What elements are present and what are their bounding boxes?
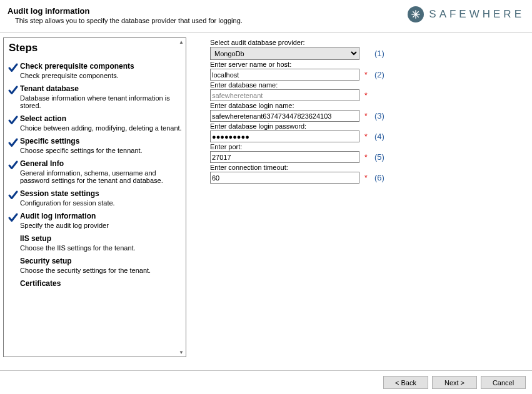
sidebar-heading: Steps (9, 42, 186, 54)
step-desc: Choose the security settings for the ten… (20, 267, 182, 274)
scroll-down-icon[interactable]: ▼ (179, 350, 184, 355)
timeout-annotation: (6) (374, 173, 384, 182)
step-desc: Choose specific settings for the tennant… (20, 147, 182, 154)
form-panel: Select audit database provider: MongoDb … (191, 32, 532, 357)
step-item[interactable]: Check prerequisite componentsCheck prere… (4, 61, 186, 83)
login-input[interactable] (210, 110, 359, 122)
provider-select[interactable]: MongoDb (210, 47, 359, 60)
scroll-up-icon[interactable]: ▲ (179, 39, 184, 45)
main-area: ▲ Steps Check prerequisite componentsChe… (0, 32, 532, 357)
dbname-asterisk: * (364, 91, 369, 100)
next-button[interactable]: Next > (432, 376, 477, 389)
step-item[interactable]: Session state settingsConfiguration for … (4, 188, 186, 210)
step-desc: Configuration for session state. (20, 199, 182, 207)
brand-logo: SAFEWHERE (408, 6, 524, 22)
password-annotation: (4) (374, 132, 384, 141)
back-button[interactable]: < Back (383, 376, 428, 389)
dbname-label: Enter database name: (210, 81, 526, 89)
port-row: Enter port: * (5) (210, 143, 526, 163)
step-title: Check prerequisite components (20, 62, 182, 71)
step-desc: Database information where tenant inform… (20, 94, 182, 109)
host-asterisk: * (364, 71, 369, 79)
page-title: Audit log information (8, 6, 243, 16)
step-title: Select action (20, 114, 182, 123)
checkmark-icon (8, 84, 20, 96)
step-title: General Info (20, 159, 182, 168)
password-input[interactable] (210, 131, 359, 142)
step-desc: Specify the audit log provider (20, 222, 182, 229)
port-input[interactable] (210, 151, 359, 163)
checkmark-icon (8, 62, 20, 74)
port-label: Enter port: (210, 143, 526, 150)
footer: < Back Next > Cancel (0, 370, 532, 394)
checkmark-icon (8, 114, 20, 126)
checkmark-icon (8, 159, 20, 171)
step-item[interactable]: Security setupChoose the security settin… (4, 255, 186, 278)
host-row: Enter server name or host: * (2) (210, 61, 526, 81)
step-item[interactable]: Audit log informationSpecify the audit l… (4, 210, 186, 233)
timeout-asterisk: * (364, 174, 369, 182)
step-title: Session state settings (20, 189, 182, 198)
provider-row: Select audit database provider: MongoDb … (210, 39, 526, 60)
step-desc: Check prerequisite components. (20, 72, 182, 79)
checkmark-icon (8, 212, 20, 224)
checkmark-icon (8, 257, 20, 257)
password-row: Enter database login password: * (4) (210, 122, 526, 142)
timeout-row: Enter connection timeout: * (6) (210, 164, 526, 184)
step-title: Certificates (20, 279, 182, 288)
checkmark-icon (8, 234, 20, 235)
port-annotation: (5) (374, 152, 384, 162)
host-input[interactable] (210, 69, 359, 81)
step-desc: General information, schema, username an… (20, 169, 182, 184)
login-label: Enter database login name: (210, 102, 526, 109)
dbname-input (210, 89, 359, 101)
step-title: Specific settings (20, 137, 182, 145)
step-title: Security setup (20, 257, 182, 265)
step-item[interactable]: Specific settingsChoose specific setting… (4, 135, 186, 158)
timeout-input[interactable] (210, 172, 359, 184)
step-title: IIS setup (20, 234, 182, 243)
page-subtitle: This step allows you to specify the data… (8, 17, 243, 24)
login-annotation: (3) (374, 111, 384, 121)
provider-label: Select audit database provider: (210, 39, 526, 46)
brand-name: SAFEWHERE (429, 8, 524, 21)
step-title: Audit log information (20, 212, 182, 220)
login-asterisk: * (364, 112, 369, 121)
step-item[interactable]: Tenant databaseDatabase information wher… (4, 83, 186, 113)
checkmark-icon (8, 189, 20, 201)
step-item[interactable]: Certificates (4, 278, 186, 292)
cancel-button[interactable]: Cancel (481, 376, 526, 389)
host-label: Enter server name or host: (210, 61, 526, 68)
provider-annotation: (1) (374, 49, 384, 58)
checkmark-icon (8, 137, 20, 149)
timeout-label: Enter connection timeout: (210, 164, 526, 171)
host-annotation: (2) (374, 70, 384, 79)
step-item[interactable]: IIS setupChoose the IIS settings for the… (4, 233, 186, 255)
login-row: Enter database login name: * (3) (210, 102, 526, 122)
step-desc: Choice between adding, modifying, deleti… (20, 124, 182, 132)
step-title: Tenant database (20, 84, 182, 93)
step-item[interactable]: General InfoGeneral information, schema,… (4, 158, 186, 188)
header: Audit log information This step allows y… (0, 0, 532, 28)
header-text: Audit log information This step allows y… (8, 6, 243, 24)
dbname-row: Enter database name: * (210, 81, 526, 101)
step-desc: Choose the IIS settings for the tenant. (20, 244, 182, 252)
port-asterisk: * (364, 153, 369, 162)
checkmark-icon (8, 279, 20, 280)
steps-sidebar[interactable]: ▲ Steps Check prerequisite componentsChe… (3, 37, 186, 357)
password-asterisk: * (364, 132, 369, 141)
password-label: Enter database login password: (210, 122, 526, 130)
step-item[interactable]: Select actionChoice between adding, modi… (4, 113, 186, 135)
snowflake-icon (408, 6, 424, 22)
